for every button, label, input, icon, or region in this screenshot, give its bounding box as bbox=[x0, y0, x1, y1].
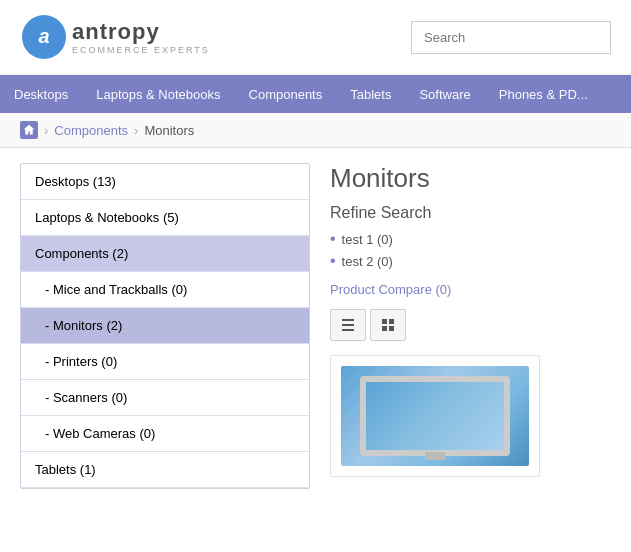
content-area: Monitors Refine Search • test 1 (0) • te… bbox=[330, 163, 611, 489]
home-icon[interactable] bbox=[20, 121, 38, 139]
breadcrumb-current: Monitors bbox=[144, 123, 194, 138]
svg-rect-4 bbox=[342, 329, 354, 331]
sidebar-item-tablets[interactable]: Tablets (1) bbox=[21, 452, 309, 488]
sidebar-item-laptops[interactable]: Laptops & Notebooks (5) bbox=[21, 200, 309, 236]
sidebar-item-desktops[interactable]: Desktops (13) bbox=[21, 164, 309, 200]
refine-link-1[interactable]: test 1 (0) bbox=[342, 232, 393, 247]
nav-software[interactable]: Software bbox=[405, 75, 484, 113]
sidebar-item-scanners[interactable]: - Scanners (0) bbox=[21, 380, 309, 416]
nav-phones[interactable]: Phones & PD... bbox=[485, 75, 602, 113]
refine-link-2[interactable]: test 2 (0) bbox=[342, 254, 393, 269]
main-nav: Desktops Laptops & Notebooks Components … bbox=[0, 75, 631, 113]
refine-item-1[interactable]: • test 1 (0) bbox=[330, 230, 611, 248]
sidebar-item-printers[interactable]: - Printers (0) bbox=[21, 344, 309, 380]
refine-list: • test 1 (0) • test 2 (0) bbox=[330, 230, 611, 270]
nav-components[interactable]: Components bbox=[235, 75, 337, 113]
list-view-icon bbox=[340, 317, 356, 333]
logo-text: antropy ECOMMERCE EXPERTS bbox=[72, 19, 210, 55]
product-image bbox=[341, 366, 529, 466]
nav-desktops[interactable]: Desktops bbox=[0, 75, 82, 113]
svg-rect-7 bbox=[382, 326, 387, 331]
logo-icon: a bbox=[20, 13, 68, 61]
svg-rect-8 bbox=[389, 326, 394, 331]
sidebar-item-mice[interactable]: - Mice and Trackballs (0) bbox=[21, 272, 309, 308]
monitor-frame bbox=[360, 376, 510, 456]
svg-rect-5 bbox=[382, 319, 387, 324]
view-toggle bbox=[330, 309, 611, 341]
breadcrumb-sep-2: › bbox=[134, 123, 138, 138]
svg-rect-6 bbox=[389, 319, 394, 324]
product-compare-link[interactable]: Product Compare (0) bbox=[330, 282, 611, 297]
logo: a antropy ECOMMERCE EXPERTS bbox=[20, 13, 210, 61]
svg-rect-2 bbox=[342, 319, 354, 321]
bullet-2: • bbox=[330, 252, 336, 270]
bullet-1: • bbox=[330, 230, 336, 248]
product-card[interactable] bbox=[330, 355, 540, 477]
sidebar-item-monitors[interactable]: - Monitors (2) bbox=[21, 308, 309, 344]
sidebar: Desktops (13) Laptops & Notebooks (5) Co… bbox=[20, 163, 310, 489]
logo-sub: ECOMMERCE EXPERTS bbox=[72, 45, 210, 55]
breadcrumb: › Components › Monitors bbox=[0, 113, 631, 148]
search-input[interactable] bbox=[411, 21, 611, 54]
grid-view-button[interactable] bbox=[370, 309, 406, 341]
nav-laptops[interactable]: Laptops & Notebooks bbox=[82, 75, 234, 113]
refine-title: Refine Search bbox=[330, 204, 611, 222]
breadcrumb-sep-1: › bbox=[44, 123, 48, 138]
svg-text:a: a bbox=[38, 25, 49, 47]
logo-name: antropy bbox=[72, 19, 210, 45]
sidebar-item-components[interactable]: Components (2) bbox=[21, 236, 309, 272]
header: a antropy ECOMMERCE EXPERTS bbox=[0, 0, 631, 75]
breadcrumb-components[interactable]: Components bbox=[54, 123, 128, 138]
sidebar-item-webcams[interactable]: - Web Cameras (0) bbox=[21, 416, 309, 452]
page-title: Monitors bbox=[330, 163, 611, 194]
list-view-button[interactable] bbox=[330, 309, 366, 341]
svg-rect-3 bbox=[342, 324, 354, 326]
grid-view-icon bbox=[380, 317, 396, 333]
main-content: Desktops (13) Laptops & Notebooks (5) Co… bbox=[0, 148, 631, 504]
nav-tablets[interactable]: Tablets bbox=[336, 75, 405, 113]
refine-item-2[interactable]: • test 2 (0) bbox=[330, 252, 611, 270]
